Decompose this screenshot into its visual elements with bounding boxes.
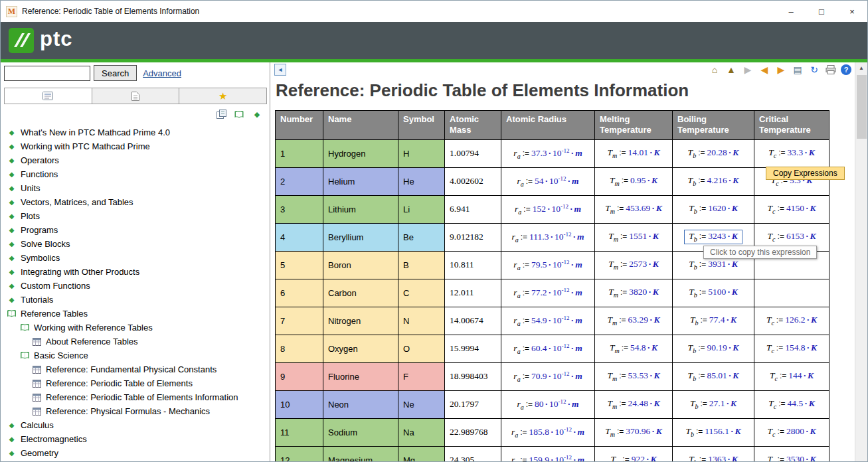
- math-expression[interactable]: ra:=79.5·10-12·m: [513, 260, 582, 270]
- math-expression[interactable]: Tm:=922·K: [611, 454, 657, 461]
- math-expression[interactable]: Tm:=1551·K: [608, 231, 659, 241]
- math-expression[interactable]: ra:=185.8·10-12·m: [511, 427, 584, 437]
- tree-item-label: Functions: [21, 169, 58, 179]
- next-topic-icon[interactable]: ▶: [774, 64, 788, 76]
- selected-expression-box[interactable]: Tb:=3243·K: [684, 230, 742, 244]
- sync-contents-icon[interactable]: ▤: [791, 64, 804, 76]
- math-expression[interactable]: Tb:=90.19·K: [688, 343, 739, 352]
- math-expression[interactable]: Tb:=4.216·K: [688, 175, 739, 185]
- forward-icon[interactable]: ▶: [741, 64, 754, 76]
- tree-item[interactable]: ◆Symbolics: [1, 251, 270, 265]
- math-expression[interactable]: Tm:=0.95·K: [610, 175, 657, 185]
- tree-item[interactable]: ◆Electromagnetics: [1, 432, 270, 446]
- math-expression[interactable]: Tm:=453.69·K: [605, 203, 662, 213]
- tree-item[interactable]: Reference: Physical Formulas - Mechanics: [1, 404, 270, 418]
- tree-item[interactable]: ◆Integrating with Other Products: [1, 265, 270, 279]
- math-expression[interactable]: Tb:=85.01·K: [688, 370, 739, 380]
- current-topic-icon[interactable]: ◆: [251, 109, 263, 119]
- math-expression[interactable]: Tm:=54.8·K: [610, 343, 657, 352]
- tree-item[interactable]: ◆Mechanics: [1, 460, 270, 461]
- tab-index[interactable]: [92, 88, 180, 104]
- math-expression[interactable]: Tb:=1363·K: [689, 454, 737, 461]
- tree-item[interactable]: ◆Plots: [1, 209, 270, 223]
- content-toolbar-right: ⌂▲▶◀▶▤↻?: [708, 64, 851, 76]
- math-expression[interactable]: ra:=152·10-12·m: [515, 204, 581, 214]
- tree-item[interactable]: Reference: Fundamental Physical Constant…: [1, 362, 270, 376]
- math-expression[interactable]: Tm:=3820·K: [608, 287, 659, 297]
- tree-item[interactable]: Basic Science: [1, 348, 270, 362]
- home-icon[interactable]: ⌂: [708, 64, 721, 76]
- tree-item[interactable]: About Reference Tables: [1, 335, 270, 348]
- copy-expressions-tooltip[interactable]: Copy Expressions: [766, 167, 845, 180]
- minimize-button[interactable]: –: [776, 1, 806, 22]
- tree-item[interactable]: ◆Calculus: [1, 418, 270, 432]
- previous-topic-icon[interactable]: ◀: [758, 64, 771, 76]
- math-expression[interactable]: Tm:=24.48·K: [608, 398, 660, 408]
- math-expression[interactable]: ra:=54·10-12·m: [517, 176, 578, 186]
- tree-item[interactable]: ◆Vectors, Matrices, and Tables: [1, 195, 270, 209]
- tree-item[interactable]: ◆Functions: [1, 167, 270, 181]
- math-expression[interactable]: Tm:=2573·K: [608, 259, 659, 269]
- sync-book-icon[interactable]: [233, 109, 245, 119]
- refresh-icon[interactable]: ↻: [808, 64, 821, 76]
- vertical-scrollbar[interactable]: ▲: [855, 62, 867, 461]
- math-expression[interactable]: ra:=37.3·10-12·m: [513, 148, 582, 158]
- math-expression[interactable]: ra:=111.3·10-12·m: [511, 232, 584, 242]
- tree-item[interactable]: ◆Working with PTC Mathcad Prime: [1, 139, 270, 153]
- tree-item[interactable]: ◆Custom Functions: [1, 279, 270, 293]
- math-expression[interactable]: Tb:=27.1·K: [690, 398, 737, 408]
- math-expression[interactable]: Tc:=3530·K: [768, 454, 816, 461]
- math-expression[interactable]: Tc:=33.3·K: [768, 147, 814, 157]
- scrollbar-thumb[interactable]: [857, 75, 867, 139]
- math-expression[interactable]: ra:=159.9·10-12·m: [511, 455, 584, 461]
- math-expression[interactable]: Tm:=63.29·K: [608, 315, 660, 325]
- math-expression[interactable]: Tc:=154.8·K: [766, 343, 817, 352]
- tree-item[interactable]: ◆What's New in PTC Mathcad Prime 4.0: [1, 125, 270, 139]
- tree-item[interactable]: ◆Units: [1, 181, 270, 195]
- help-icon[interactable]: ?: [841, 64, 851, 75]
- scroll-up-arrow-icon[interactable]: ▲: [855, 62, 867, 74]
- tree-item[interactable]: Reference Tables: [1, 307, 270, 321]
- math-expression[interactable]: Tb:=1620·K: [689, 203, 737, 213]
- math-expression[interactable]: Tb:=5100·K: [689, 287, 737, 297]
- up-level-icon[interactable]: ▲: [725, 64, 738, 76]
- math-expression[interactable]: Tc:=2800·K: [768, 426, 816, 436]
- mass-cell: 14.00674: [445, 307, 501, 335]
- tree-item[interactable]: ◆Geometry: [1, 446, 270, 460]
- tree-item[interactable]: Reference: Periodic Table of Elements In…: [1, 390, 270, 404]
- advanced-search-link[interactable]: Advanced: [143, 68, 181, 78]
- math-expression[interactable]: Tm:=53.53·K: [608, 370, 660, 380]
- math-expression[interactable]: Tb:=20.28·K: [688, 147, 739, 157]
- math-expression[interactable]: Tb:=3931·K: [689, 259, 737, 269]
- math-expression[interactable]: ra:=77.2·10-12·m: [513, 287, 582, 297]
- math-expression[interactable]: ra:=70.9·10-12·m: [513, 371, 582, 381]
- math-expression[interactable]: Tc:=126.2·K: [766, 315, 817, 325]
- tree-item[interactable]: ◆Solve Blocks: [1, 237, 270, 251]
- math-expression[interactable]: Tc:=6153·K: [768, 231, 816, 241]
- tree-item[interactable]: Working with Reference Tables: [1, 321, 270, 335]
- math-expression[interactable]: Tm:=14.01·K: [608, 147, 660, 157]
- tree-item[interactable]: ◆Programs: [1, 223, 270, 237]
- tree-item[interactable]: Reference: Periodic Table of Elements: [1, 376, 270, 390]
- tree-item[interactable]: ◆Tutorials: [1, 293, 270, 307]
- math-expression[interactable]: ra:=80·10-12·m: [517, 399, 578, 409]
- close-button[interactable]: ×: [837, 1, 867, 22]
- back-button[interactable]: ◄: [274, 64, 286, 76]
- maximize-button[interactable]: □: [806, 1, 837, 22]
- print-icon[interactable]: [824, 64, 837, 76]
- math-expression[interactable]: Tc:=44.5·K: [768, 398, 814, 408]
- math-expression[interactable]: ra:=54.9·10-12·m: [513, 315, 582, 325]
- print-pages-icon[interactable]: [215, 109, 227, 119]
- math-expression[interactable]: Tb:=3243·K: [689, 231, 737, 241]
- math-expression[interactable]: ra:=60.4·10-12·m: [513, 343, 582, 353]
- math-expression[interactable]: Tb:=77.4·K: [690, 315, 737, 325]
- math-expression[interactable]: Tc:=4150·K: [768, 203, 816, 213]
- search-button[interactable]: Search: [94, 65, 137, 81]
- math-expression[interactable]: Tc:=144·K: [770, 370, 814, 380]
- math-expression[interactable]: Tm:=370.96·K: [605, 426, 662, 436]
- tab-contents[interactable]: [4, 88, 92, 104]
- search-input[interactable]: [4, 66, 90, 81]
- tree-item[interactable]: ◆Operators: [1, 153, 270, 167]
- tab-favorites[interactable]: ★: [179, 88, 267, 104]
- math-expression[interactable]: Tb:=1156.1·K: [685, 426, 740, 436]
